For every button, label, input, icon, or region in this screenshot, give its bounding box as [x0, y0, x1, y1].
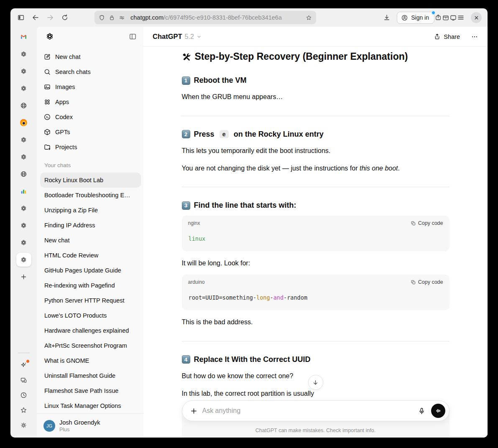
- tab-chatgpt[interactable]: [16, 81, 31, 95]
- more-options-icon[interactable]: [471, 33, 478, 41]
- copy-code-button[interactable]: Copy code: [411, 220, 443, 226]
- history-button[interactable]: [16, 388, 31, 402]
- devices-button[interactable]: [16, 373, 31, 387]
- chevron-down-icon: [197, 34, 202, 39]
- attach-plus-icon[interactable]: [190, 407, 198, 415]
- section-heading-2: 2Presseon the Rocky Linux entry: [182, 130, 449, 139]
- chat-item[interactable]: Lowe's LOTO Products: [40, 308, 141, 323]
- url-bar[interactable]: chatgpt.com/c/6974f95c-e910-8331-8bef-76…: [94, 11, 316, 24]
- tab-chatgpt[interactable]: [16, 201, 31, 215]
- apps-icon: [43, 98, 51, 106]
- browser-body: New chat Search chats Images Apps Codex …: [10, 27, 488, 438]
- sidebar-collapse-icon[interactable]: [129, 33, 137, 41]
- sidebar-item-projects[interactable]: Projects: [40, 140, 141, 155]
- back-icon[interactable]: [32, 14, 39, 21]
- new-tab-button[interactable]: [16, 270, 31, 284]
- chat-item[interactable]: Python Server HTTP Request: [40, 293, 141, 308]
- tab-chatgpt[interactable]: [16, 219, 31, 232]
- sign-in-button[interactable]: Sign in: [397, 12, 434, 24]
- chat-item[interactable]: Alt+PrtSc Screenshot Program: [40, 338, 141, 353]
- tab-chatgpt[interactable]: [16, 150, 31, 164]
- tab-chatgpt-active[interactable]: [16, 253, 31, 267]
- chat-item[interactable]: Hardware challenges explained: [40, 323, 141, 338]
- toolbox-icon[interactable]: [442, 14, 449, 21]
- title-text: Step-by-Step Recovery (Beginner Explanat…: [195, 51, 408, 62]
- download-icon[interactable]: [383, 14, 391, 21]
- share-button[interactable]: Share: [434, 33, 460, 40]
- nav-label: Search chats: [55, 69, 91, 75]
- chat-item[interactable]: New chat: [40, 233, 141, 248]
- profile-button[interactable]: JG Josh Groendyk Plus: [37, 413, 143, 438]
- lock-icon[interactable]: [109, 15, 115, 21]
- tab-web[interactable]: [16, 167, 31, 181]
- chat-item[interactable]: Unzipping a Zip File: [40, 203, 141, 218]
- chat-item[interactable]: Finding IP Address: [40, 218, 141, 233]
- projects-folder-icon: [43, 143, 51, 151]
- tab-web[interactable]: [16, 99, 31, 112]
- firefox-icon: [20, 119, 27, 126]
- avatar: JG: [43, 420, 55, 432]
- sidebar-toggle-icon[interactable]: [17, 14, 25, 21]
- voice-mode-button[interactable]: [431, 404, 445, 418]
- tab-gmail[interactable]: [16, 30, 31, 44]
- copy-label: Copy code: [418, 220, 443, 226]
- copy-code-button[interactable]: Copy code: [411, 279, 443, 285]
- permissions-icon[interactable]: [119, 15, 125, 21]
- composer: [182, 400, 449, 421]
- chat-item[interactable]: GitHub Pages Update Guide: [40, 263, 141, 278]
- message-input[interactable]: [202, 407, 418, 415]
- scroll-to-bottom-button[interactable]: [308, 375, 323, 390]
- bookmarks-button[interactable]: [16, 403, 31, 417]
- tab-firefox[interactable]: [16, 116, 31, 130]
- settings-button[interactable]: [16, 418, 31, 432]
- gpts-cube-icon: [43, 128, 51, 136]
- profile-name: Josh Groendyk: [59, 419, 100, 426]
- chat-item[interactable]: Re-indexing with Pagefind: [40, 278, 141, 293]
- bookmark-star-icon[interactable]: [306, 15, 312, 21]
- chat-item[interactable]: Flameshot Save Path Issue: [40, 383, 141, 398]
- chat-item[interactable]: Uninstall Flameshot Guide: [40, 368, 141, 383]
- copy-icon: [411, 221, 416, 226]
- close-button[interactable]: [471, 12, 482, 23]
- tab-chatgpt[interactable]: [16, 133, 31, 147]
- ai-sparkle-button[interactable]: [16, 358, 31, 372]
- paragraph: In this lab, the correct root partition …: [182, 389, 449, 399]
- nav-label: Images: [55, 84, 75, 90]
- sidebar-item-apps[interactable]: Apps: [40, 94, 141, 109]
- chatgpt-icon: [20, 51, 27, 58]
- chat-item[interactable]: Bootloader Troubleshooting E…: [40, 188, 141, 203]
- tab-chart[interactable]: [16, 184, 31, 198]
- gmail-icon: [20, 33, 27, 41]
- chart-icon: [20, 188, 27, 195]
- microphone-icon[interactable]: [418, 407, 426, 415]
- sidebar-item-codex[interactable]: Codex: [40, 109, 141, 125]
- forward-icon[interactable]: [46, 14, 54, 21]
- nav-label: Apps: [55, 99, 69, 105]
- chatgpt-icon: [20, 153, 27, 160]
- codex-icon: [43, 113, 51, 121]
- model-switcher[interactable]: ChatGPT 5.2: [153, 33, 202, 41]
- inline-code-key: e: [220, 130, 229, 138]
- sidebar-item-search-chats[interactable]: Search chats: [40, 64, 141, 79]
- toolbar-right: Sign in: [383, 12, 482, 24]
- tab-chatgpt[interactable]: [16, 64, 31, 78]
- screen-icon[interactable]: [449, 14, 457, 21]
- chat-item[interactable]: Linux Task Manager Options: [40, 398, 141, 413]
- share-export-icon[interactable]: [434, 14, 442, 21]
- chat-item[interactable]: HTML Code Review: [40, 248, 141, 263]
- italic-text: this one boot: [360, 165, 398, 172]
- star-icon: [20, 407, 27, 414]
- menu-icon[interactable]: [457, 14, 465, 21]
- tab-chatgpt[interactable]: [16, 236, 31, 249]
- reload-icon[interactable]: [61, 14, 69, 21]
- chat-item[interactable]: What is GNOME: [40, 353, 141, 368]
- chat-item-selected[interactable]: Rocky Linux Boot Lab: [40, 173, 141, 188]
- sparkle-icon: [20, 361, 27, 369]
- chatgpt-icon: [20, 222, 27, 229]
- tab-chatgpt[interactable]: [16, 47, 31, 61]
- tracking-shield-icon[interactable]: [99, 15, 105, 21]
- sidebar-item-new-chat[interactable]: New chat: [40, 49, 141, 64]
- sidebar-item-images[interactable]: Images: [40, 79, 141, 94]
- sidebar-item-gpts[interactable]: GPTs: [40, 125, 141, 140]
- code-header: nginx Copy code: [182, 216, 449, 226]
